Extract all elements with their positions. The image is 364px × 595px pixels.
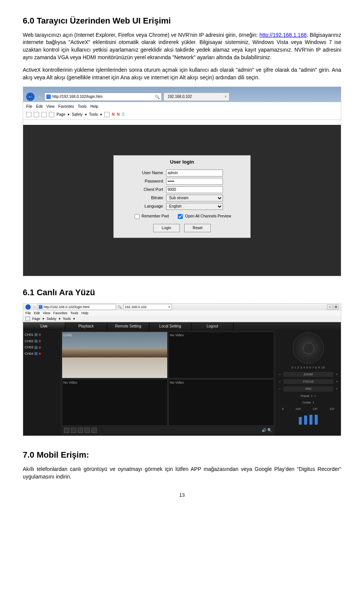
saturation-bar[interactable] <box>315 415 318 425</box>
open-all-channels-checkbox[interactable]: Open All Channels Preview <box>176 213 231 220</box>
paragraph-6-0-2: ActiveX kontrollerinin yükleme işlemleri… <box>23 66 341 81</box>
no-video-label: No Video <box>63 380 77 385</box>
menu-favorites-2[interactable]: Favorites <box>53 311 67 316</box>
menu-help[interactable]: Help <box>90 104 98 109</box>
layout-4x4-icon[interactable] <box>85 428 90 433</box>
ch-rec-icon <box>39 334 41 336</box>
cell-label: CH01 <box>63 333 72 338</box>
preset-row[interactable]: Preset1+ <box>301 394 316 398</box>
video-cell-2[interactable]: No Video <box>168 332 274 378</box>
language-select[interactable]: English <box>166 203 223 210</box>
forward-button-2[interactable]: → <box>32 305 36 310</box>
remember-pwd-checkbox[interactable]: Remember Pwd <box>133 213 169 220</box>
menu-edit[interactable]: Edit <box>36 104 42 109</box>
home-icon-2[interactable] <box>25 316 30 321</box>
norton-icon-2[interactable]: N <box>117 112 119 117</box>
login-button[interactable]: Login <box>153 224 180 232</box>
live-body: CH01 CH02 CH03 CH04 CH01 No Video No Vid… <box>23 330 341 436</box>
gear-icon[interactable]: ⚙ <box>333 304 339 310</box>
menu-view-2[interactable]: View <box>43 311 50 316</box>
layout-1x1-icon[interactable] <box>64 428 69 433</box>
tb-safety-2[interactable]: Safety <box>47 316 56 321</box>
ch-rec-icon <box>39 353 41 355</box>
heading-6-1: 6.1 Canlı Ara Yüzü <box>23 287 341 299</box>
norton-icon-1[interactable]: N <box>112 112 115 117</box>
paragraph-6-0-1: Web tarayıcınızı açın (Internet Explorer… <box>23 31 341 61</box>
address-text: http://192.168.0.102/login.htm <box>52 94 102 99</box>
client-port-input[interactable] <box>166 186 223 193</box>
menu-tools-2[interactable]: Tools <box>70 311 78 316</box>
tb-tools[interactable]: Tools <box>89 112 98 117</box>
tab-remote-setting[interactable]: Remote Setting <box>107 322 149 331</box>
heading-7-0: 7.0 Mobil Erişim: <box>23 449 341 461</box>
hue-bar[interactable] <box>299 417 302 425</box>
color-bars[interactable] <box>299 413 318 425</box>
brightness-bar[interactable] <box>304 416 307 425</box>
address-bar-2[interactable]: http://192.168.0.102/login.html <box>37 304 116 310</box>
skype-icon[interactable]: S <box>122 112 125 117</box>
channel-list: CH01 CH02 CH03 CH04 <box>23 330 60 436</box>
search-icon-2[interactable]: 🔍 <box>118 305 122 310</box>
back-button[interactable]: ← <box>26 93 35 101</box>
tb-tools-2[interactable]: Tools <box>63 316 71 321</box>
menu-tools[interactable]: Tools <box>78 104 86 109</box>
contrast-bar[interactable] <box>309 415 312 425</box>
browser-tab[interactable]: 192.168.0.102 × <box>163 93 229 101</box>
zoom-control[interactable]: −ZOOM+ <box>278 372 339 377</box>
speaker-icon[interactable]: 🔊 🔍 <box>262 428 272 433</box>
channel-ch01[interactable]: CH01 <box>25 332 59 338</box>
bitrate-select[interactable]: Sub stream <box>166 195 223 201</box>
video-cell-4[interactable]: No Video <box>168 379 274 426</box>
video-cell-3[interactable]: No Video <box>62 379 168 426</box>
channel-ch03[interactable]: CH03 <box>25 344 59 351</box>
layout-2x2-icon[interactable] <box>71 428 76 433</box>
tb-page-2[interactable]: Page <box>32 316 40 321</box>
browser-tab-2[interactable]: 192.168.0.102 × <box>123 304 172 310</box>
forward-button[interactable]: → <box>36 93 43 100</box>
focus-control[interactable]: −FOCUS+ <box>278 379 339 384</box>
menu-file-2[interactable]: File <box>25 311 31 316</box>
user-name-input[interactable] <box>166 170 223 176</box>
tb-page[interactable]: Page <box>56 112 65 117</box>
layout-3x3-icon[interactable] <box>78 428 83 433</box>
print-icon[interactable] <box>49 112 54 117</box>
close-tab-icon-2[interactable]: × <box>168 305 170 310</box>
tb-safety[interactable]: Safety <box>72 112 82 117</box>
live-browser-navbar: → http://192.168.0.102/login.html 🔍 192.… <box>23 304 341 310</box>
no-video-label: No Video <box>170 380 184 385</box>
tab-live[interactable]: Live <box>23 322 65 331</box>
reset-button[interactable]: Reset <box>184 224 211 232</box>
password-input[interactable] <box>166 178 223 185</box>
iris-control[interactable]: −IRIS+ <box>278 386 339 391</box>
fullscreen-icon[interactable] <box>91 428 97 433</box>
channel-ch04[interactable]: CH04 <box>25 351 59 357</box>
search-icon[interactable]: 🔍 <box>155 94 160 100</box>
menu-favorites[interactable]: Favorites <box>58 104 74 109</box>
menu-edit-2[interactable]: Edit <box>34 311 40 316</box>
ptz-dial[interactable] <box>293 332 324 364</box>
channel-ch02[interactable]: CH02 <box>25 338 59 345</box>
tab-logout[interactable]: Logout <box>191 322 234 331</box>
live-menu-bar: File Edit View Favorites Tools Help <box>23 310 341 316</box>
menu-file[interactable]: File <box>26 104 32 109</box>
ch-view-icon <box>35 333 38 336</box>
screenshot-login: ← → http://192.168.0.102/login.htm 🔍 192… <box>23 87 341 276</box>
video-cell-1[interactable]: CH01 <box>62 332 168 378</box>
feed-icon[interactable] <box>34 112 39 117</box>
tab-local-setting[interactable]: Local Setting <box>149 322 191 331</box>
help-icon[interactable] <box>104 112 110 117</box>
close-tab-icon[interactable]: × <box>224 94 227 99</box>
cruise-row[interactable]: Cruise1 <box>302 400 314 405</box>
menu-help-2[interactable]: Help <box>81 311 88 316</box>
home-icon[interactable] <box>26 112 31 117</box>
mail-icon[interactable] <box>41 112 47 117</box>
tab-playback[interactable]: Playback <box>65 322 107 331</box>
nvr-ip-link[interactable]: http://192.168.1.168 <box>259 32 307 38</box>
ch-view-icon <box>35 346 38 349</box>
back-button-2[interactable] <box>25 304 31 310</box>
star-icon[interactable]: ☆ <box>327 304 333 310</box>
password-label: Password <box>114 178 166 184</box>
address-bar[interactable]: http://192.168.0.102/login.htm 🔍 <box>44 93 162 101</box>
menu-view[interactable]: View <box>46 104 55 109</box>
ch-view-icon <box>35 352 38 355</box>
